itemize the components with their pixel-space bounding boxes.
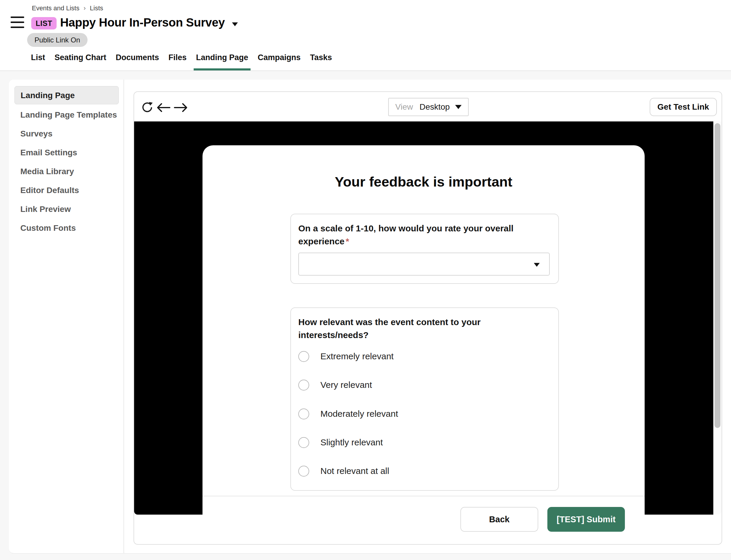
sidebar-item-media-library[interactable]: Media Library (14, 162, 119, 181)
public-link-status-badge: Public Link On (27, 33, 88, 47)
required-asterisk: * (346, 236, 349, 246)
test-submit-button[interactable]: [TEST] Submit (547, 507, 625, 532)
question-text: On a scale of 1-10, how would you rate y… (298, 222, 531, 248)
settings-sidebar: Landing Page Landing Page Templates Surv… (9, 80, 124, 554)
survey-footer-divider (202, 496, 645, 496)
dropdown-caret-icon (534, 263, 540, 267)
radio-option-extremely-relevant[interactable]: Extremely relevant (298, 350, 394, 362)
sidebar-item-landing-page[interactable]: Landing Page (14, 86, 119, 104)
sidebar-item-editor-defaults[interactable]: Editor Defaults (14, 181, 119, 200)
app-window: Events and Lists › Lists LIST Happy Hour… (0, 0, 731, 560)
question-text-content: On a scale of 1-10, how would you rate y… (298, 223, 513, 246)
radio-option-label: Extremely relevant (320, 351, 394, 361)
hamburger-menu-icon[interactable] (11, 17, 24, 28)
radio-circle-icon[interactable] (298, 437, 309, 448)
survey-heading: Your feedback is important (202, 174, 645, 190)
page-title: Happy Hour In-Person Survey (60, 16, 225, 29)
chevron-down-icon (455, 105, 462, 109)
radio-option-moderately-relevant[interactable]: Moderately relevant (298, 408, 398, 420)
header: Events and Lists › Lists LIST Happy Hour… (0, 0, 731, 70)
arrow-left-icon[interactable] (157, 103, 171, 116)
sidebar-item-landing-page-templates[interactable]: Landing Page Templates (14, 106, 119, 124)
preview-scrollbar-thumb[interactable] (714, 123, 720, 428)
rating-dropdown[interactable] (298, 253, 550, 276)
view-mode-select[interactable]: View Desktop (388, 98, 469, 116)
refresh-icon[interactable] (141, 101, 155, 114)
tab-bar: List Seating Chart Documents Files Landi… (31, 51, 332, 70)
list-type-badge: LIST (31, 17, 57, 29)
survey-card: Your feedback is important On a scale of… (202, 145, 645, 543)
breadcrumb-events-and-lists[interactable]: Events and Lists (32, 4, 79, 12)
arrow-right-icon[interactable] (174, 103, 188, 116)
landing-page-preview-panel: View Desktop Get Test Link Your feedback… (134, 91, 722, 545)
radio-option-label: Not relevant at all (320, 466, 389, 476)
tab-landing-page[interactable]: Landing Page (196, 51, 248, 70)
view-value: Desktop (419, 102, 450, 112)
preview-viewport: Your feedback is important On a scale of… (134, 121, 713, 515)
radio-option-label: Moderately relevant (320, 409, 398, 419)
tab-documents[interactable]: Documents (116, 51, 159, 70)
radio-circle-icon[interactable] (298, 380, 309, 391)
header-divider (0, 70, 731, 71)
radio-option-slightly-relevant[interactable]: Slightly relevant (298, 437, 383, 448)
sidebar-item-email-settings[interactable]: Email Settings (14, 144, 119, 162)
radio-option-very-relevant[interactable]: Very relevant (298, 379, 372, 391)
radio-circle-icon[interactable] (298, 409, 309, 419)
sidebar-item-surveys[interactable]: Surveys (14, 125, 119, 143)
sidebar-item-link-preview[interactable]: Link Preview (14, 200, 119, 218)
question-card-rating: On a scale of 1-10, how would you rate y… (290, 214, 559, 284)
breadcrumb: Events and Lists › Lists (32, 4, 103, 12)
tab-seating-chart[interactable]: Seating Chart (55, 51, 106, 70)
radio-option-label: Very relevant (320, 380, 372, 390)
radio-option-label: Slightly relevant (320, 437, 383, 447)
tab-list[interactable]: List (31, 51, 45, 70)
question-card-relevance: How relevant was the event content to yo… (290, 307, 559, 491)
preview-scrollbar-track[interactable] (713, 121, 722, 515)
sidebar-item-custom-fonts[interactable]: Custom Fonts (14, 219, 119, 237)
breadcrumb-lists[interactable]: Lists (90, 4, 103, 12)
get-test-link-button[interactable]: Get Test Link (650, 98, 717, 116)
title-dropdown-caret-icon[interactable] (232, 22, 238, 26)
content-card: Landing Page Landing Page Templates Surv… (9, 80, 731, 554)
question-text: How relevant was the event content to yo… (298, 316, 511, 342)
back-button[interactable]: Back (460, 507, 538, 532)
breadcrumb-separator: › (83, 4, 85, 12)
radio-option-not-relevant[interactable]: Not relevant at all (298, 465, 389, 477)
radio-circle-icon[interactable] (298, 351, 309, 362)
tab-campaigns[interactable]: Campaigns (258, 51, 301, 70)
tab-files[interactable]: Files (169, 51, 187, 70)
tab-tasks[interactable]: Tasks (310, 51, 332, 70)
view-label: View (395, 102, 413, 112)
radio-circle-icon[interactable] (298, 466, 309, 477)
